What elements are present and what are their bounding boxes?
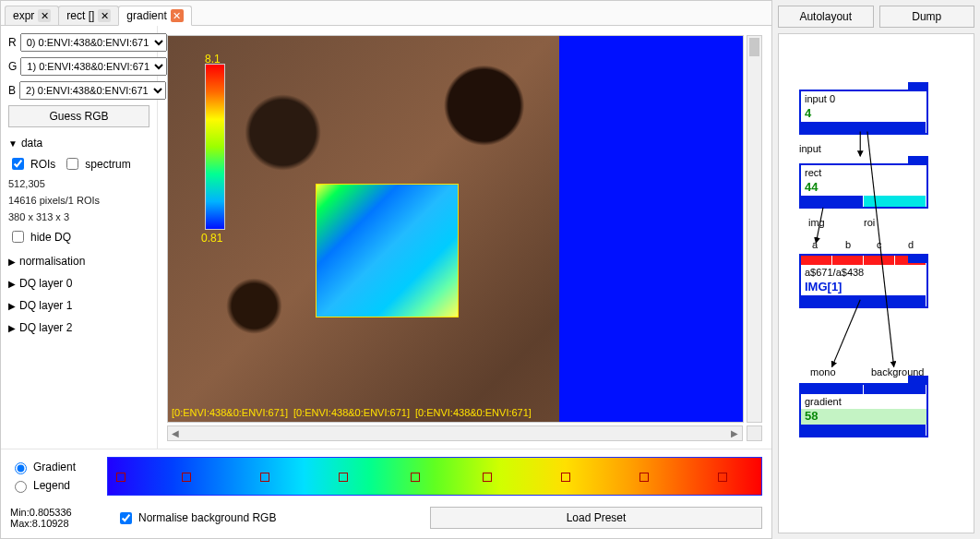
channel-info-labels: [0:ENVI:438&0:ENVI:671] [0:ENVI:438&0:EN… [172, 407, 532, 418]
node-title: a$671/a$438 [801, 265, 926, 280]
node-gradient[interactable]: gradient 58 [799, 383, 928, 437]
close-icon[interactable]: ✕ [98, 9, 111, 22]
mode-legend-label: Legend [33, 479, 70, 492]
gradient-handle[interactable] [561, 473, 570, 482]
spectrum-label: spectrum [85, 158, 130, 171]
port-label-roi: roi [864, 217, 875, 228]
gradient-handle[interactable] [411, 473, 420, 482]
mode-legend-radio[interactable]: Legend [10, 478, 98, 493]
guess-rgb-button[interactable]: Guess RGB [8, 105, 149, 127]
nodata-region [559, 36, 743, 422]
gradient-handle[interactable] [339, 473, 348, 482]
scroll-left-icon[interactable]: ◀ [168, 426, 183, 440]
roi-overlay[interactable] [316, 184, 459, 317]
close-icon[interactable]: ✕ [171, 9, 184, 22]
node-handle[interactable] [908, 254, 928, 263]
mode-gradient-radio[interactable]: Gradient [10, 460, 98, 474]
node-title: input 0 [801, 91, 926, 106]
node-handle[interactable] [908, 156, 928, 165]
image-viewer[interactable]: 8.1 0.81 [0:ENVI:438&0:ENVI:671] [0:ENVI… [167, 35, 744, 423]
rois-label: ROIs [30, 158, 55, 171]
chevron-down-icon: ▼ [8, 138, 18, 149]
section-dqlayer0-label: DQ layer 0 [19, 277, 72, 290]
node-subtitle: IMG[1] [801, 280, 926, 295]
tab-label: rect [] [66, 9, 94, 22]
colorscale-bar [205, 64, 225, 230]
normalise-bg-checkbox-row[interactable]: Normalise background RGB [116, 509, 276, 527]
port-label-a: a [812, 239, 818, 250]
section-dqlayer2-label: DQ layer 2 [19, 321, 72, 334]
gradient-handle[interactable] [182, 473, 191, 482]
port-label-mono: mono [810, 366, 836, 377]
channel-b-label: B [8, 84, 16, 97]
load-preset-button[interactable]: Load Preset [430, 507, 762, 529]
svg-line-2 [832, 300, 861, 367]
node-count: 4 [801, 106, 926, 122]
chevron-right-icon: ▶ [8, 279, 16, 289]
channel-g-label: G [8, 60, 17, 73]
stat-min: Min:0.805336 [10, 507, 98, 518]
chevron-right-icon: ▶ [8, 257, 16, 267]
channel-g-select[interactable]: 1) 0:ENVI:438&0:ENVI:671 [20, 57, 167, 76]
info-label: [0:ENVI:438&0:ENVI:671] [293, 407, 410, 418]
channel-b-select[interactable]: 2) 0:ENVI:438&0:ENVI:671 [19, 81, 166, 100]
section-normalisation-toggle[interactable]: ▶ normalisation [8, 255, 149, 268]
scroll-right-icon[interactable]: ▶ [727, 426, 742, 440]
port-label-input: input [799, 143, 821, 154]
node-input0[interactable]: input 0 4 [799, 90, 928, 135]
section-normalisation-label: normalisation [19, 255, 85, 268]
chevron-right-icon: ▶ [8, 323, 16, 333]
tab-expr[interactable]: expr ✕ [5, 6, 59, 25]
tab-gradient[interactable]: gradient ✕ [118, 6, 191, 26]
port-label-c: c [877, 239, 882, 250]
node-rect[interactable]: rect 44 [799, 163, 928, 209]
normalise-bg-label: Normalise background RGB [138, 511, 276, 524]
colorscale-min: 0.81 [201, 232, 222, 245]
horizontal-scrollbar[interactable]: ◀ ▶ [167, 425, 743, 441]
info-label: [0:ENVI:438&0:ENVI:671] [415, 407, 532, 418]
node-handle[interactable] [908, 82, 928, 91]
section-data-label: data [21, 137, 42, 150]
zoom-handle[interactable] [747, 425, 762, 441]
coords-value: 512,305 [8, 178, 149, 189]
stat-max: Max:8.10928 [10, 518, 98, 529]
hide-dq-checkbox[interactable] [12, 231, 24, 243]
tab-label: gradient [126, 9, 166, 22]
dump-button[interactable]: Dump [879, 6, 975, 28]
gradient-handle[interactable] [718, 473, 727, 482]
node-expr[interactable]: a$671/a$438 IMG[1] [799, 254, 928, 308]
tab-rect[interactable]: rect [] ✕ [58, 6, 119, 25]
port-label-b: b [845, 239, 851, 250]
section-dqlayer1-toggle[interactable]: ▶ DQ layer 1 [8, 299, 149, 312]
normalise-bg-checkbox[interactable] [120, 512, 132, 524]
section-dqlayer0-toggle[interactable]: ▶ DQ layer 0 [8, 277, 149, 290]
node-title: gradient [801, 394, 926, 409]
section-dqlayer2-toggle[interactable]: ▶ DQ layer 2 [8, 321, 149, 334]
vertical-scrollbar[interactable] [747, 35, 762, 423]
node-graph[interactable]: input 0 4 input rect 44 img roi a b c d [778, 33, 974, 533]
gradient-handle[interactable] [260, 473, 269, 482]
config-panel: R 0) 0:ENVI:438&0:ENVI:671 G 1) 0:ENVI:4… [1, 26, 158, 449]
channel-r-label: R [8, 36, 17, 49]
node-count: 44 [801, 180, 926, 196]
gradient-handle[interactable] [116, 473, 125, 482]
port-label-img: img [808, 217, 825, 228]
gradient-handle[interactable] [639, 473, 649, 482]
hide-dq-label: hide DQ [30, 231, 71, 244]
channel-r-select[interactable]: 0) 0:ENVI:438&0:ENVI:671 [20, 33, 167, 52]
node-count: 58 [801, 409, 926, 425]
autolayout-button[interactable]: Autolayout [778, 6, 874, 28]
tab-label: expr [13, 9, 34, 22]
tab-bar: expr ✕ rect [] ✕ gradient ✕ [1, 1, 771, 25]
spectrum-checkbox[interactable] [66, 158, 78, 170]
gradient-handle[interactable] [483, 473, 492, 482]
close-icon[interactable]: ✕ [38, 9, 51, 22]
section-data-toggle[interactable]: ▼ data [8, 137, 149, 150]
rois-checkbox[interactable] [12, 158, 24, 170]
section-dqlayer1-label: DQ layer 1 [19, 299, 72, 312]
roi-stats-value: 14616 pixels/1 ROIs [8, 195, 149, 206]
port-label-d: d [908, 239, 914, 250]
gradient-editor[interactable] [107, 457, 762, 496]
node-title: rect [801, 165, 926, 180]
node-handle[interactable] [908, 376, 928, 385]
